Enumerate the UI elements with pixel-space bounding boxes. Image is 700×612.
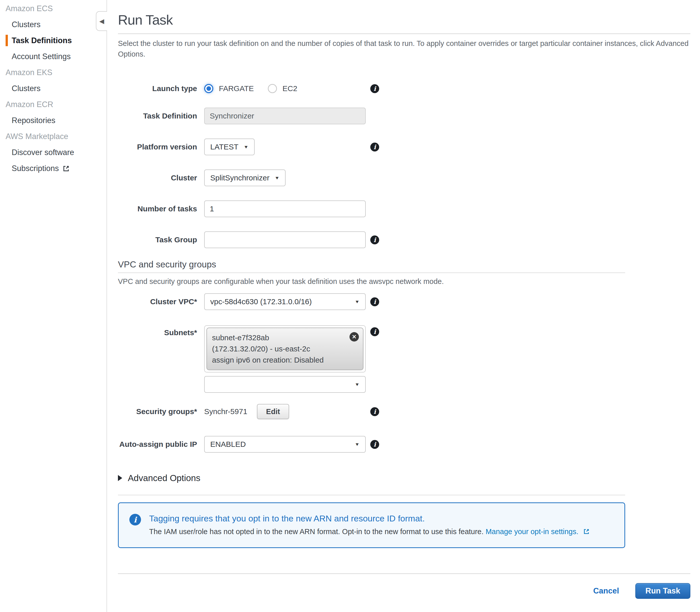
sidebar-section-amazon-eks: Amazon EKS — [0, 65, 106, 81]
platform-version-value: LATEST — [210, 143, 239, 151]
platform-version-info-icon[interactable]: i — [370, 143, 379, 152]
cluster-value: SplitSynchronizer — [210, 173, 269, 182]
subnets-row: Subnets* ✕ subnet-e7f328ab (172.31.32.0/… — [118, 325, 690, 393]
launch-type-row: Launch type FARGATE EC2 i — [118, 84, 690, 93]
subnet-chip: ✕ subnet-e7f328ab (172.31.32.0/20) - us-… — [206, 328, 363, 370]
cluster-vpc-row: Cluster VPC* vpc-58d4c630 (172.31.0.0/16… — [118, 293, 690, 310]
security-groups-row: Security groups* Synchr-5971 Edit i — [118, 404, 690, 419]
manage-opt-in-settings-link[interactable]: Manage your opt-in settings. — [486, 528, 578, 536]
external-link-icon — [583, 528, 590, 535]
external-link-icon — [62, 165, 70, 172]
tagging-info-banner: i Tagging requires that you opt in to th… — [118, 502, 625, 548]
run-task-button[interactable]: Run Task — [635, 583, 690, 599]
ec2-radio-label: EC2 — [283, 84, 297, 93]
active-indicator-bar — [5, 35, 8, 46]
sidebar-item-task-definitions[interactable]: Task Definitions — [0, 32, 106, 48]
subnet-chip-line: subnet-e7f328ab — [212, 332, 345, 343]
auto-assign-ip-label: Auto-assign public IP — [118, 440, 197, 449]
launch-type-info-icon[interactable]: i — [370, 84, 379, 93]
chevron-down-icon: ▼ — [243, 144, 248, 150]
task-definition-row: Task Definition — [118, 108, 690, 124]
number-of-tasks-label: Number of tasks — [118, 204, 197, 214]
fargate-radio-label: FARGATE — [219, 84, 254, 93]
cancel-button[interactable]: Cancel — [593, 586, 619, 596]
chevron-down-icon: ▼ — [274, 175, 280, 180]
sidebar-item-label: Subscriptions — [12, 164, 59, 173]
platform-version-label: Platform version — [118, 142, 197, 152]
chevron-down-icon: ▼ — [355, 382, 360, 387]
banner-body-text: The IAM user/role has not opted in to th… — [149, 528, 484, 536]
sidebar-item-subscriptions[interactable]: Subscriptions — [0, 161, 106, 176]
footer-actions: Cancel Run Task — [118, 583, 690, 599]
auto-assign-ip-dropdown[interactable]: ENABLED ▼ — [204, 436, 366, 453]
fargate-radio[interactable] — [204, 84, 213, 93]
security-group-value: Synchr-5971 — [204, 407, 247, 416]
ec2-radio[interactable] — [268, 84, 277, 93]
chevron-right-icon — [118, 475, 122, 481]
sidebar-collapse-button[interactable]: ◀ — [96, 11, 107, 31]
subnet-chip-line: (172.31.32.0/20) - us-east-2c — [212, 343, 345, 354]
sidebar-item-discover-software[interactable]: Discover software — [0, 144, 106, 161]
page-description: Select the cluster to run your task defi… — [118, 38, 689, 59]
auto-assign-ip-row: Auto-assign public IP ENABLED ▼ i — [118, 436, 690, 453]
task-group-label: Task Group — [118, 235, 197, 245]
vpc-section-description: VPC and security groups are configurable… — [118, 276, 690, 287]
subnets-label: Subnets* — [118, 325, 197, 337]
collapse-left-arrow-icon: ◀ — [99, 17, 104, 25]
task-definition-label: Task Definition — [118, 111, 197, 121]
auto-assign-ip-value: ENABLED — [210, 440, 246, 449]
sidebar-section-amazon-ecs: Amazon ECS — [0, 0, 106, 16]
advanced-options-divider — [118, 495, 625, 495]
cluster-row: Cluster SplitSynchronizer ▼ — [118, 169, 690, 186]
security-groups-label: Security groups* — [118, 407, 197, 416]
security-groups-info-icon[interactable]: i — [370, 407, 379, 416]
fargate-option: FARGATE — [204, 84, 254, 93]
sidebar-item-eks-clusters[interactable]: Clusters — [0, 81, 106, 96]
cluster-vpc-info-icon[interactable]: i — [370, 297, 379, 306]
advanced-options-toggle[interactable]: Advanced Options — [118, 472, 690, 484]
auto-assign-ip-info-icon[interactable]: i — [370, 440, 379, 449]
sidebar: Amazon ECS Clusters Task Definitions Acc… — [0, 0, 107, 612]
sidebar-item-label: Task Definitions — [12, 36, 72, 45]
vpc-section-title: VPC and security groups — [118, 259, 690, 270]
subnets-selected-box: ✕ subnet-e7f328ab (172.31.32.0/20) - us-… — [204, 325, 366, 373]
sidebar-item-repositories[interactable]: Repositories — [0, 112, 106, 128]
page-title: Run Task — [118, 12, 690, 28]
run-task-form: Launch type FARGATE EC2 i Task Definitio… — [118, 84, 690, 248]
cluster-dropdown[interactable]: SplitSynchronizer ▼ — [204, 169, 286, 186]
info-icon: i — [129, 514, 141, 526]
vpc-form: Cluster VPC* vpc-58d4c630 (172.31.0.0/16… — [118, 293, 690, 453]
chevron-down-icon: ▼ — [355, 299, 360, 304]
run-task-page: Amazon ECS Clusters Task Definitions Acc… — [0, 0, 700, 612]
cluster-vpc-label: Cluster VPC* — [118, 297, 197, 306]
sidebar-item-ecs-clusters[interactable]: Clusters — [0, 16, 106, 32]
chevron-down-icon: ▼ — [355, 442, 360, 447]
number-of-tasks-input[interactable] — [204, 200, 366, 217]
advanced-options-label: Advanced Options — [128, 472, 200, 484]
cluster-vpc-dropdown[interactable]: vpc-58d4c630 (172.31.0.0/16) ▼ — [204, 293, 366, 310]
platform-version-dropdown[interactable]: LATEST ▼ — [204, 139, 255, 155]
banner-title: Tagging requires that you opt in to the … — [149, 513, 590, 524]
banner-body: The IAM user/role has not opted in to th… — [149, 527, 590, 537]
cluster-vpc-value: vpc-58d4c630 (172.31.0.0/16) — [210, 297, 312, 306]
sidebar-item-account-settings[interactable]: Account Settings — [0, 48, 106, 65]
subnet-chip-line: assign ipv6 on creation: Disabled — [212, 354, 345, 366]
subnets-dropdown[interactable]: ▼ — [204, 376, 366, 393]
footer-divider — [118, 573, 690, 574]
subnets-info-icon[interactable]: i — [370, 327, 379, 336]
title-divider — [118, 33, 690, 34]
main-content: Run Task Select the cluster to run your … — [107, 0, 700, 612]
number-of-tasks-row: Number of tasks — [118, 200, 690, 217]
task-group-info-icon[interactable]: i — [370, 235, 379, 244]
launch-type-options: FARGATE EC2 — [204, 84, 366, 93]
banner-content: Tagging requires that you opt in to the … — [149, 513, 590, 537]
ec2-option: EC2 — [268, 84, 297, 93]
task-group-input[interactable] — [204, 232, 366, 248]
platform-version-row: Platform version LATEST ▼ i — [118, 139, 690, 155]
task-group-row: Task Group i — [118, 232, 690, 248]
sidebar-section-amazon-ecr: Amazon ECR — [0, 96, 106, 112]
remove-subnet-icon[interactable]: ✕ — [349, 332, 359, 342]
task-definition-input — [204, 108, 366, 124]
edit-security-groups-button[interactable]: Edit — [257, 404, 289, 419]
launch-type-label: Launch type — [118, 84, 197, 93]
